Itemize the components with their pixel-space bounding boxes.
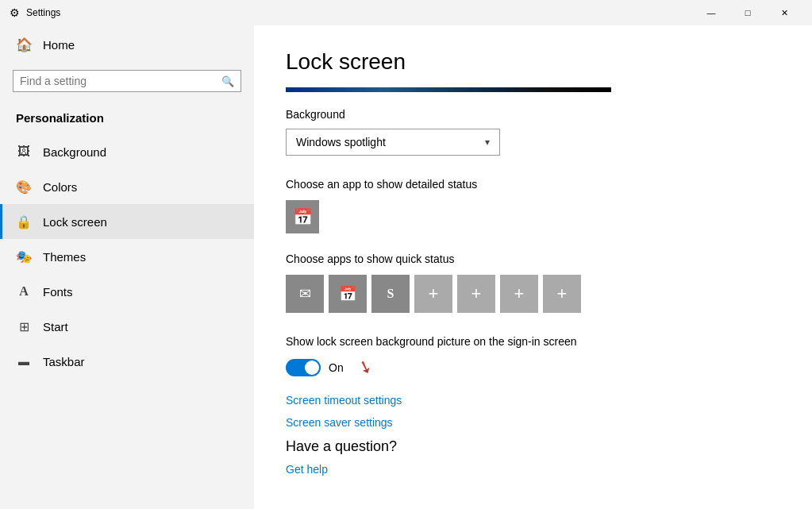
start-icon: ⊞ — [16, 318, 32, 334]
sidebar-item-themes-label: Themes — [43, 250, 86, 264]
plus-icon-1: + — [429, 283, 439, 304]
minimize-button[interactable]: — — [693, 0, 729, 25]
sidebar-item-themes[interactable]: 🎭 Themes — [0, 239, 254, 274]
arrow-annotation: ➘ — [355, 356, 375, 380]
sidebar-item-lock-screen[interactable]: 🔒 Lock screen — [0, 204, 254, 239]
mail-icon: ✉ — [299, 285, 311, 303]
skype-icon: S — [387, 287, 394, 301]
sidebar-item-taskbar[interactable]: ▬ Taskbar — [0, 344, 254, 379]
search-box[interactable]: 🔍 — [13, 70, 241, 92]
background-dropdown[interactable]: Windows spotlight ▾ — [286, 129, 500, 156]
sidebar-section-title: Personalization — [0, 105, 254, 134]
home-icon: 🏠 — [16, 37, 32, 52]
maximize-button[interactable]: □ — [729, 0, 766, 25]
quick-status-add-1[interactable]: + — [414, 275, 452, 313]
background-label: Background — [286, 108, 780, 121]
toggle-row: On ➘ — [286, 357, 780, 378]
plus-icon-2: + — [471, 283, 482, 304]
title-bar: ⚙ Settings — □ ✕ — [0, 0, 812, 25]
page-title: Lock screen — [286, 49, 780, 75]
toggle-knob — [305, 361, 319, 375]
quick-status-add-2[interactable]: + — [457, 275, 495, 313]
sidebar-item-taskbar-label: Taskbar — [43, 355, 85, 368]
title-bar-left: ⚙ Settings — [10, 6, 60, 19]
title-bar-title: Settings — [26, 7, 60, 18]
title-bar-controls: — □ ✕ — [693, 0, 802, 25]
sidebar: 🏠 Home 🔍 Personalization 🖼 Background 🎨 … — [0, 25, 254, 509]
quick-status-skype[interactable]: S — [371, 275, 410, 313]
sidebar-item-colors-label: Colors — [43, 180, 77, 194]
toggle-state-text: On — [329, 361, 344, 374]
screen-saver-link[interactable]: Screen saver settings — [286, 416, 780, 429]
have-question-title: Have a question? — [286, 438, 780, 455]
quick-status-mail[interactable]: ✉ — [286, 275, 324, 313]
sidebar-item-start-label: Start — [43, 320, 68, 334]
close-button[interactable]: ✕ — [766, 0, 802, 25]
toggle-label: Show lock screen background picture on t… — [286, 335, 780, 348]
detailed-status-section: Choose an app to show detailed status 📅 — [286, 178, 780, 233]
sidebar-item-fonts-label: Fonts — [43, 285, 73, 299]
detailed-status-app-icon[interactable]: 📅 — [286, 200, 319, 233]
quick-status-add-3[interactable]: + — [500, 275, 538, 313]
content-area: Lock screen Background Windows spotlight… — [254, 25, 812, 509]
get-help-link[interactable]: Get help — [286, 463, 780, 476]
plus-icon-3: + — [514, 283, 525, 304]
sidebar-home-label: Home — [43, 38, 75, 52]
sidebar-item-start[interactable]: ⊞ Start — [0, 309, 254, 344]
toggle-section: Show lock screen background picture on t… — [286, 335, 780, 378]
quick-status-icons: ✉ 📅 S + + + + — [286, 275, 780, 313]
lock-icon: 🔒 — [16, 214, 32, 229]
main-layout: 🏠 Home 🔍 Personalization 🖼 Background 🎨 … — [0, 25, 812, 509]
themes-icon: 🎭 — [16, 249, 32, 264]
sidebar-item-background[interactable]: 🖼 Background — [0, 134, 254, 169]
sidebar-item-background-label: Background — [43, 145, 106, 159]
background-icon: 🖼 — [16, 144, 32, 160]
calendar-icon: 📅 — [293, 207, 313, 226]
search-input[interactable] — [20, 75, 221, 87]
sign-in-toggle[interactable] — [286, 359, 321, 376]
calendar2-icon: 📅 — [339, 285, 356, 303]
plus-icon-4: + — [557, 283, 568, 304]
sidebar-item-fonts[interactable]: A Fonts — [0, 274, 254, 309]
background-dropdown-value: Windows spotlight — [296, 136, 386, 148]
quick-status-section: Choose apps to show quick status ✉ 📅 S +… — [286, 253, 780, 313]
screen-timeout-link[interactable]: Screen timeout settings — [286, 394, 780, 407]
taskbar-icon: ▬ — [16, 353, 32, 369]
settings-icon: ⚙ — [10, 6, 20, 19]
search-icon: 🔍 — [221, 75, 234, 87]
colors-icon: 🎨 — [16, 179, 32, 195]
sidebar-home[interactable]: 🏠 Home — [0, 25, 254, 64]
quick-status-calendar[interactable]: 📅 — [329, 275, 367, 313]
quick-status-label: Choose apps to show quick status — [286, 253, 780, 265]
fonts-icon: A — [16, 283, 32, 299]
lock-screen-preview — [286, 87, 611, 92]
detailed-status-label: Choose an app to show detailed status — [286, 178, 780, 191]
sidebar-item-colors[interactable]: 🎨 Colors — [0, 169, 254, 204]
sidebar-item-lock-screen-label: Lock screen — [43, 215, 107, 229]
quick-status-add-4[interactable]: + — [543, 275, 581, 313]
chevron-down-icon: ▾ — [485, 137, 490, 148]
